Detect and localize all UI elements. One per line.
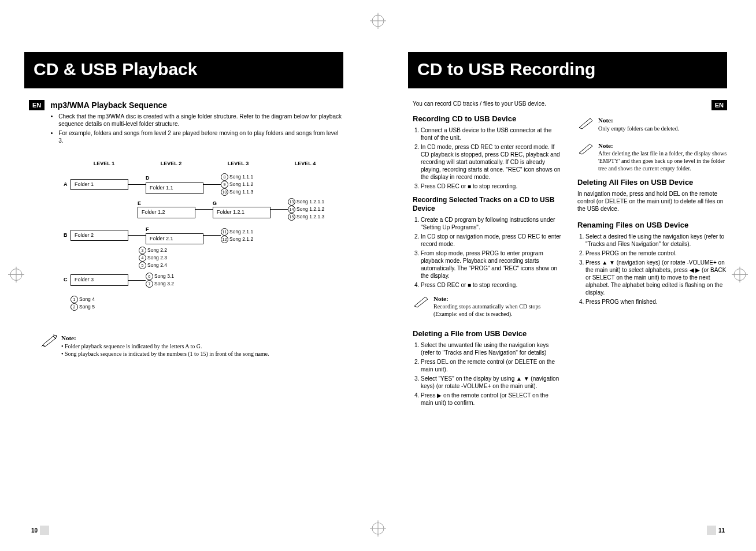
folder-box: Folder 1.2.1 — [213, 207, 270, 218]
rename-steps: Select a desired file using the navigati… — [585, 233, 727, 306]
level-header: LEVEL 4 — [272, 161, 339, 167]
step: Press CD REC or ■ to stop recording. — [421, 183, 562, 190]
rec-cd-steps: Connect a USB device to the USB connecto… — [421, 126, 562, 190]
folder-tree-diagram: LEVEL 1 LEVEL 2 LEVEL 3 LEVEL 4 A Folder… — [64, 161, 343, 311]
step: Select "YES" on the display by using ▲ ▼… — [421, 375, 562, 390]
rename-heading: Renaming Files on USB Device — [577, 221, 727, 230]
note-body: Only empty folders can be deleted. — [598, 125, 679, 132]
note-line: • Song playback sequence is indicated by… — [61, 350, 269, 358]
folder-letter: E — [138, 200, 144, 207]
note-body: After deleting the last file in a folder… — [598, 150, 727, 172]
folder-letter: G — [213, 200, 220, 207]
step: Press PROG on the remote control. — [585, 250, 727, 257]
song-list: 11Song 2.1.1 12Song 2.1.2 — [221, 228, 253, 243]
step: Press ▲ ▼ (navigation keys) (or rotate -… — [585, 259, 727, 296]
note-title: Note: — [598, 142, 727, 150]
note-icon — [40, 334, 58, 348]
delete-all-heading: Deleting All Files on USB Device — [577, 178, 727, 188]
folder-box: Folder 1.2 — [138, 207, 195, 218]
rec-selected-steps: Create a CD program by following instruc… — [421, 216, 562, 289]
intro-text: You can record CD tracks / files to your… — [413, 100, 562, 107]
folder-letter: F — [146, 226, 153, 233]
right-col-2: EN Note: Only empty folders can be delet… — [577, 100, 727, 412]
right-title: CD to USB Recording — [408, 52, 727, 88]
left-title: CD & USB Playback — [24, 52, 343, 88]
folder-box: Folder 1 — [71, 179, 128, 191]
right-col-1: You can record CD tracks / files to your… — [413, 100, 562, 412]
mp3-heading: mp3/WMA Playback Sequence — [50, 100, 343, 110]
step: In CD mode, press CD REC to enter record… — [421, 143, 562, 181]
page-number-left: 10 — [29, 526, 49, 535]
song-list: 8Song 1.1.1 9Song 1.1.2 10Song 1.1.3 — [221, 173, 253, 196]
note-block: Note: After deleting the last file in a … — [577, 142, 727, 172]
step: Select the unwanted file using the navig… — [421, 341, 562, 356]
right-page: CD to USB Recording You can record CD tr… — [378, 0, 756, 551]
delete-file-heading: Deleting a File from USB Device — [413, 329, 562, 339]
folder-letter: D — [146, 175, 153, 182]
rec-selected-heading: Recording Selected Tracks on a CD to USB… — [413, 196, 562, 214]
level-header: LEVEL 2 — [138, 161, 205, 167]
lang-badge-right: EN — [711, 100, 727, 110]
folder-letter: C — [64, 277, 71, 284]
level-header: LEVEL 3 — [205, 161, 272, 167]
note-icon — [577, 116, 595, 130]
note-title: Note: — [433, 295, 562, 303]
step: Press ▶ on the remote control (or SELECT… — [421, 392, 562, 407]
note-body: Recording stops automatically when CD st… — [433, 303, 562, 318]
step: Press DEL on the remote control (or DELE… — [421, 358, 562, 373]
step: Press CD REC or ■ to stop recording. — [421, 281, 562, 289]
song-list: 3Song 2.2 4Song 2.3 5Song 2.4 — [139, 247, 167, 269]
step: Select a desired file using the navigati… — [585, 233, 727, 248]
delete-file-steps: Select the unwanted file using the navig… — [421, 341, 562, 407]
folder-letter: B — [64, 232, 71, 239]
note-block: Note: • Folder playback sequence is indi… — [40, 334, 343, 357]
song-list: 1Song 4 2Song 5 — [71, 296, 95, 311]
mp3-bullets: Check that the mp3/WMA disc is created w… — [58, 113, 343, 144]
step: Connect a USB device to the USB connecto… — [421, 126, 562, 142]
left-page: CD & USB Playback EN mp3/WMA Playback Se… — [0, 0, 378, 551]
folder-box: Folder 1.1 — [146, 183, 203, 194]
note-title: Note: — [598, 116, 679, 124]
note-title: Note: — [61, 334, 269, 342]
note-block: Note: Only empty folders can be deleted. — [577, 116, 727, 132]
bullet: Check that the mp3/WMA disc is created w… — [58, 113, 343, 128]
step: Create a CD program by following instruc… — [421, 216, 562, 231]
bullet: For example, folders and songs from leve… — [58, 129, 343, 144]
level-header: LEVEL 1 — [71, 161, 138, 167]
rec-cd-heading: Recording CD to USB Device — [413, 114, 562, 124]
note-icon — [577, 142, 595, 155]
step: Press PROG when finished. — [585, 298, 727, 306]
step: From stop mode, press PROG to enter prog… — [421, 250, 562, 280]
delete-all-text: In navigation mode, press and hold DEL o… — [577, 190, 727, 213]
note-line: • Folder playback sequence is indicated … — [61, 342, 269, 350]
folder-box: Folder 3 — [71, 274, 128, 286]
page-number-right: 11 — [707, 526, 727, 535]
note-icon — [413, 295, 430, 308]
step: In CD stop or navigation mode, press CD … — [421, 233, 562, 248]
note-block: Note: Recording stops automatically when… — [413, 295, 562, 318]
lang-badge-left: EN — [29, 100, 45, 110]
folder-letter: A — [64, 181, 71, 188]
folder-box: Folder 2.1 — [146, 233, 203, 245]
song-list: 6Song 3.1 7Song 3.2 — [146, 273, 174, 288]
song-list: 13Song 1.2.1.1 14Song 1.2.1.2 15Song 1.2… — [288, 198, 324, 221]
folder-box: Folder 2 — [71, 230, 128, 241]
